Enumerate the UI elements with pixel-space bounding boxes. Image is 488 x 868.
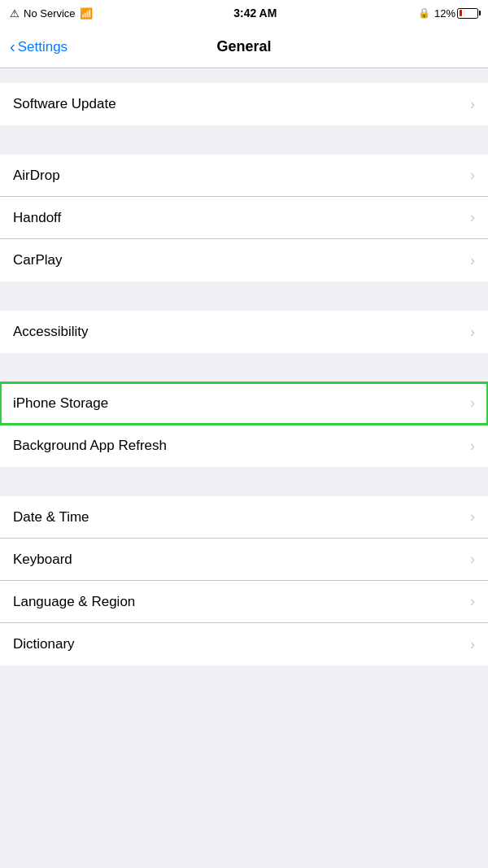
section-separator-4 — [0, 353, 488, 382]
background-app-refresh-label: Background App Refresh — [13, 438, 167, 454]
settings-group-4: iPhone Storage › Background App Refresh … — [0, 382, 488, 467]
back-button[interactable]: ‹ Settings — [10, 37, 68, 56]
chevron-icon: › — [470, 636, 475, 653]
wifi-icon: 📶 — [80, 7, 93, 20]
row-background-app-refresh[interactable]: Background App Refresh › — [0, 425, 488, 467]
status-bar: ⚠ No Service 📶 3:42 AM 🔒 12% — [0, 0, 488, 26]
battery-percent: 12% — [434, 7, 455, 20]
chevron-icon: › — [470, 324, 475, 341]
language-region-label: Language & Region — [13, 594, 135, 610]
settings-group-3: Accessibility › — [0, 311, 488, 353]
chevron-icon: › — [470, 167, 475, 184]
date-time-label: Date & Time — [13, 509, 89, 526]
chevron-icon: › — [470, 593, 475, 610]
dictionary-label: Dictionary — [13, 636, 75, 652]
section-separator-1 — [0, 68, 488, 83]
status-left: ⚠ No Service 📶 — [10, 7, 93, 20]
airdrop-label: AirDrop — [13, 168, 60, 184]
row-handoff[interactable]: Handoff › — [0, 197, 488, 239]
row-language-region[interactable]: Language & Region › — [0, 581, 488, 623]
battery-fill — [460, 10, 462, 16]
battery-icon — [457, 8, 478, 19]
section-separator-5 — [0, 467, 488, 496]
chevron-icon: › — [470, 508, 475, 526]
settings-group-5: Date & Time › Keyboard › Language & Regi… — [0, 496, 488, 665]
software-update-label: Software Update — [13, 96, 116, 112]
chevron-icon: › — [470, 252, 475, 269]
page-title: General — [216, 38, 271, 55]
handoff-label: Handoff — [13, 210, 61, 226]
row-iphone-storage[interactable]: iPhone Storage › — [0, 382, 488, 425]
chevron-icon: › — [470, 395, 475, 412]
nav-header: ‹ Settings General — [0, 26, 488, 68]
chevron-icon: › — [470, 438, 475, 455]
row-keyboard[interactable]: Keyboard › — [0, 539, 488, 581]
row-accessibility[interactable]: Accessibility › — [0, 311, 488, 353]
iphone-storage-label: iPhone Storage — [13, 395, 108, 412]
no-service-text: No Service — [24, 7, 76, 20]
keyboard-label: Keyboard — [13, 552, 72, 568]
chevron-icon: › — [470, 551, 475, 568]
status-time: 3:42 AM — [233, 7, 277, 20]
battery-container: 12% — [434, 7, 478, 20]
back-chevron-icon: ‹ — [10, 37, 15, 56]
accessibility-label: Accessibility — [13, 324, 89, 340]
rotation-lock-icon: 🔒 — [418, 7, 430, 19]
back-label: Settings — [18, 39, 68, 55]
chevron-icon: › — [470, 209, 475, 226]
row-dictionary[interactable]: Dictionary › — [0, 623, 488, 665]
warning-icon: ⚠ — [10, 7, 20, 20]
section-separator-3 — [0, 281, 488, 311]
section-separator-2 — [0, 125, 488, 155]
status-right: 🔒 12% — [418, 7, 478, 20]
carplay-label: CarPlay — [13, 252, 62, 268]
row-date-time[interactable]: Date & Time › — [0, 496, 488, 539]
settings-group-1: Software Update › — [0, 83, 488, 125]
row-carplay[interactable]: CarPlay › — [0, 239, 488, 281]
chevron-icon: › — [470, 96, 475, 113]
row-software-update[interactable]: Software Update › — [0, 83, 488, 125]
settings-group-2: AirDrop › Handoff › CarPlay › — [0, 155, 488, 281]
row-airdrop[interactable]: AirDrop › — [0, 155, 488, 197]
